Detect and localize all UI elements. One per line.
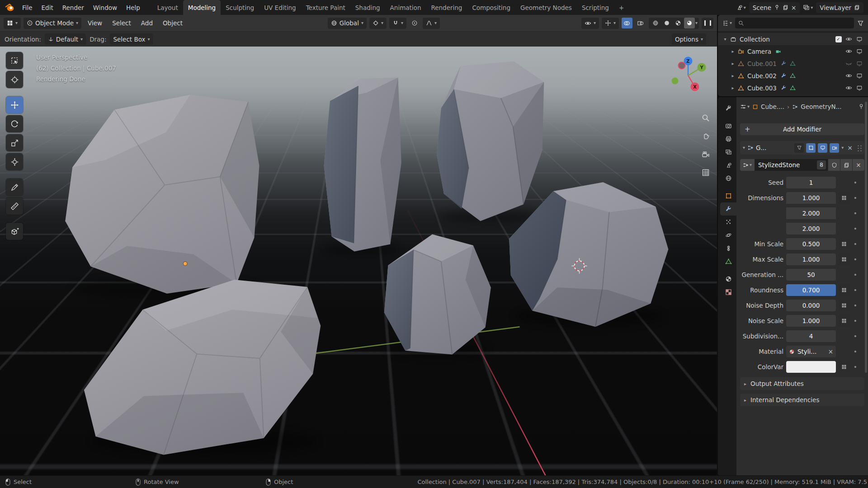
tab-modeling[interactable]: Modeling xyxy=(183,0,221,15)
browse-node-group-button[interactable]: ▾ xyxy=(740,159,755,171)
disclosure-icon[interactable]: ▸ xyxy=(730,85,736,90)
menu-help[interactable]: Help xyxy=(122,0,144,15)
tab-render[interactable] xyxy=(720,119,736,132)
modifier-name[interactable]: G... xyxy=(756,144,766,151)
add-modifier-button[interactable]: + Add Modifier xyxy=(740,123,864,135)
tool-options-dropdown[interactable]: Options ▾ xyxy=(672,33,706,45)
node-group-name-field[interactable]: StylizedStone 8 xyxy=(755,159,828,171)
disable-render-toggle[interactable] xyxy=(854,36,864,42)
tab-sculpting[interactable]: Sculpting xyxy=(221,0,259,15)
param-value-field[interactable]: 4 xyxy=(786,330,836,342)
viewlayer-selector[interactable]: ViewLayer xyxy=(816,2,863,13)
menu-view[interactable]: View xyxy=(84,19,106,27)
ortho-toggle-button[interactable] xyxy=(699,166,712,179)
outliner-search-input[interactable] xyxy=(735,18,854,28)
stone-object[interactable] xyxy=(384,235,491,355)
tab-object-data[interactable] xyxy=(720,255,736,268)
pin-icon[interactable] xyxy=(774,5,780,10)
input-attribute-toggle[interactable] xyxy=(839,361,849,373)
shading-wireframe-button[interactable] xyxy=(650,18,661,28)
input-attribute-toggle[interactable] xyxy=(839,300,849,311)
tab-layout[interactable]: Layout xyxy=(152,0,183,15)
material-selector[interactable]: Styli... × xyxy=(786,346,836,357)
input-attribute-toggle[interactable] xyxy=(839,253,849,265)
outliner-row-camera[interactable]: ▸ Camera xyxy=(718,45,868,57)
tab-rendering[interactable]: Rendering xyxy=(426,0,467,15)
tab-particles[interactable] xyxy=(720,216,736,229)
outliner-row-collection[interactable]: ▾ Collection ✓ xyxy=(718,33,868,45)
param-value-field[interactable]: 1.000 xyxy=(786,315,836,327)
xray-toggle[interactable] xyxy=(635,18,646,28)
pin-id-button[interactable] xyxy=(858,103,864,110)
input-attribute-toggle[interactable] xyxy=(839,192,849,204)
tab-physics[interactable] xyxy=(720,229,736,242)
section-output-attributes[interactable]: ▸ Output Attributes xyxy=(740,377,864,390)
animate-dot[interactable]: • xyxy=(852,286,859,294)
tab-tool[interactable] xyxy=(720,102,736,115)
breadcrumb-modifier[interactable]: GeometryN... xyxy=(801,103,841,110)
outliner-row-cube003[interactable]: ▸ Cube.003 xyxy=(718,82,868,94)
animate-dot[interactable]: • xyxy=(852,179,859,186)
zoom-button[interactable] xyxy=(699,112,712,124)
fake-user-button[interactable] xyxy=(828,159,840,171)
tab-geometry-nodes[interactable]: Geometry Nodes xyxy=(515,0,577,15)
disclosure-icon[interactable]: ▸ xyxy=(730,49,736,54)
rotate-tool[interactable] xyxy=(6,115,23,132)
pause-render-button[interactable] xyxy=(702,18,713,29)
transform-tool[interactable] xyxy=(6,153,23,170)
animate-dot[interactable]: • xyxy=(852,317,859,324)
menu-add[interactable]: Add xyxy=(137,19,156,27)
input-attribute-toggle[interactable] xyxy=(839,238,849,250)
select-box-tool[interactable] xyxy=(6,52,23,69)
gizmos-dropdown[interactable]: ▾ xyxy=(602,18,619,29)
menu-object[interactable]: Object xyxy=(159,19,186,27)
tab-view-layer[interactable] xyxy=(720,145,736,159)
input-attribute-toggle[interactable] xyxy=(839,284,849,296)
animate-dot[interactable]: • xyxy=(852,333,859,340)
animate-dot[interactable]: • xyxy=(852,225,859,232)
pan-hand-button[interactable] xyxy=(699,130,712,142)
toggle-edit-mode[interactable] xyxy=(806,143,816,153)
menu-window[interactable]: Window xyxy=(89,0,121,15)
breadcrumb-object[interactable]: Cube.... xyxy=(761,103,784,110)
disclosure-icon[interactable]: ▸ xyxy=(730,61,736,66)
scale-tool[interactable] xyxy=(6,134,23,151)
blender-logo-icon[interactable] xyxy=(5,2,15,13)
collapse-icon[interactable]: ▾ xyxy=(743,145,745,150)
toggle-realtime[interactable] xyxy=(818,143,827,153)
tab-animation[interactable]: Animation xyxy=(385,0,426,15)
outliner-editor-type[interactable]: ▾ xyxy=(722,20,732,27)
filter-funnel-icon[interactable] xyxy=(857,20,864,27)
collection-checkbox[interactable]: ✓ xyxy=(835,36,842,42)
unlink-scene-icon[interactable]: × xyxy=(791,4,796,11)
animate-dot[interactable]: • xyxy=(852,348,859,355)
users-count-badge[interactable]: 8 xyxy=(817,160,826,169)
new-scene-icon[interactable] xyxy=(783,5,788,10)
animate-dot[interactable]: • xyxy=(852,256,859,263)
overlays-toggle[interactable] xyxy=(622,18,632,28)
axis-neg-y-ball[interactable] xyxy=(672,78,679,84)
drag-handle-icon[interactable] xyxy=(856,144,862,151)
new-node-group-button[interactable] xyxy=(840,159,852,171)
tab-uv-editing[interactable]: UV Editing xyxy=(259,0,301,15)
menu-render[interactable]: Render xyxy=(58,0,88,15)
disclosure-icon[interactable]: ▸ xyxy=(730,73,736,78)
annotate-tool[interactable] xyxy=(6,178,23,196)
animate-dot[interactable]: • xyxy=(852,302,859,309)
navigation-gizmo[interactable]: Z Y X xyxy=(668,54,708,94)
properties-scrollbar[interactable] xyxy=(865,102,867,373)
tab-material[interactable] xyxy=(720,272,736,286)
section-internal-dependencies[interactable]: ▸ Internal Dependencies xyxy=(740,394,864,406)
axis-neg-x-ball[interactable] xyxy=(679,62,685,69)
tab-constraints[interactable] xyxy=(720,242,736,255)
remove-modifier-button[interactable]: × xyxy=(846,144,854,151)
tab-modifiers[interactable] xyxy=(720,202,736,216)
properties-editor-type[interactable]: ▾ xyxy=(740,103,750,110)
pivot-point-dropdown[interactable]: ▾ xyxy=(369,18,387,29)
modifier-extras-icon[interactable]: ▾ xyxy=(841,145,844,150)
tab-shading[interactable]: Shading xyxy=(350,0,385,15)
viewlayer-browse-icon[interactable]: ▾ xyxy=(803,4,813,11)
tab-texture[interactable] xyxy=(720,286,736,299)
param-value-field[interactable]: 1.000 xyxy=(786,192,836,204)
camera-view-button[interactable] xyxy=(699,148,712,161)
